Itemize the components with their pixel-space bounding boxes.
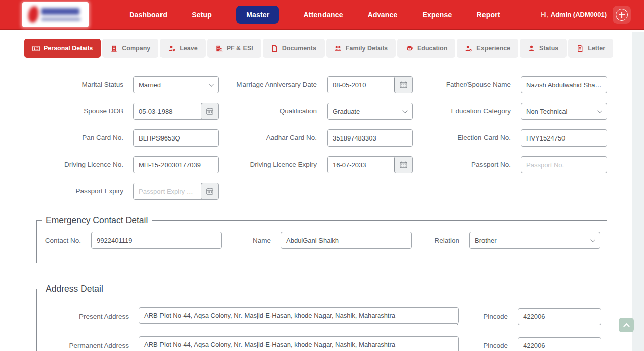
nav-report[interactable]: Report xyxy=(476,11,500,19)
passport-expiry-calendar-button[interactable] xyxy=(201,183,219,200)
tab-company[interactable]: Company xyxy=(102,39,158,58)
qualification-value: Graduate xyxy=(333,108,403,115)
tab-label: PF & ESI xyxy=(227,45,253,52)
graduation-cap-icon xyxy=(406,45,413,52)
tab-personal-details[interactable]: Personal Details xyxy=(24,39,101,58)
tab-label: Status xyxy=(539,45,558,52)
passport-no-input[interactable] xyxy=(521,156,607,173)
election-card-label: Election Card No. xyxy=(413,129,521,147)
relation-select[interactable]: Brother xyxy=(469,232,600,249)
emergency-contact-title: Emergency Contact Detail xyxy=(42,215,152,226)
tab-label: Personal Details xyxy=(44,45,93,52)
spouse-dob-calendar-button[interactable] xyxy=(201,103,219,120)
relation-label: Relation xyxy=(412,237,469,244)
permanent-pincode-input[interactable] xyxy=(518,337,601,351)
calendar-icon xyxy=(399,161,408,169)
spouse-dob-input[interactable] xyxy=(134,103,201,119)
chevron-down-icon xyxy=(590,237,595,242)
education-category-value: Non Technical xyxy=(526,108,597,115)
driving-licence-expiry-input[interactable] xyxy=(328,157,395,173)
marriage-anniversary-calendar-button[interactable] xyxy=(394,76,413,93)
scroll-to-top-button[interactable] xyxy=(619,318,634,332)
nav-attendance[interactable]: Attendance xyxy=(303,11,343,19)
driving-licence-label: Driving Licence No. xyxy=(0,156,133,173)
tab-leave[interactable]: Leave xyxy=(160,39,205,58)
address-section: Address Detail Present Address ARB Plot … xyxy=(36,284,607,351)
user-greeting: Hi, Admin (ADM0001) xyxy=(541,6,631,24)
chevron-down-icon xyxy=(597,108,602,113)
emergency-name-input[interactable] xyxy=(281,232,412,249)
tab-education[interactable]: Education xyxy=(397,39,455,58)
emergency-name-label: Name xyxy=(222,237,281,244)
tab-status[interactable]: Status xyxy=(520,39,567,58)
app-logo[interactable] xyxy=(22,2,89,27)
chevron-up-icon xyxy=(623,323,630,330)
present-pincode-label: Pincode xyxy=(459,313,518,320)
calendar-icon xyxy=(206,187,214,195)
tab-label: Letter xyxy=(588,45,605,52)
passport-no-label: Passport No. xyxy=(413,156,521,173)
present-address-label: Present Address xyxy=(37,313,139,320)
building-icon xyxy=(110,45,118,52)
education-category-select[interactable]: Non Technical xyxy=(521,103,607,120)
id-card-icon xyxy=(32,45,40,52)
qualification-select[interactable]: Graduate xyxy=(327,103,413,120)
permanent-address-textarea[interactable]: ARB Plot No-44, Aqsa Colony, Nr. Masjid-… xyxy=(139,336,459,351)
driving-licence-input[interactable] xyxy=(133,156,219,173)
passport-expiry-field xyxy=(133,183,219,200)
present-address-textarea[interactable]: ARB Plot No-44, Aqsa Colony, Nr. Masjid-… xyxy=(139,307,459,324)
greeting-prefix: Hi, xyxy=(541,11,548,18)
document-icon xyxy=(271,45,278,52)
father-spouse-name-input[interactable] xyxy=(521,76,607,93)
tab-experience[interactable]: Experience xyxy=(457,39,518,58)
contact-no-input[interactable] xyxy=(91,232,222,249)
letter-icon xyxy=(576,45,584,52)
spouse-dob-field xyxy=(133,103,219,120)
driving-licence-expiry-label: Driving Licence Expiry xyxy=(219,156,327,173)
add-button[interactable] xyxy=(613,6,631,24)
logo-image xyxy=(22,2,89,27)
marriage-anniversary-field xyxy=(327,76,413,93)
driving-licence-expiry-calendar-button[interactable] xyxy=(394,156,413,173)
tab-label: Documents xyxy=(282,45,316,52)
greeting-username: Admin (ADM0001) xyxy=(551,11,607,18)
passport-expiry-input[interactable] xyxy=(134,183,201,199)
nav-expense[interactable]: Expense xyxy=(422,11,452,19)
permanent-pincode-label: Pincode xyxy=(459,342,518,349)
relation-value: Brother xyxy=(475,237,590,244)
passport-expiry-label: Passport Expiry xyxy=(0,183,133,200)
tab-documents[interactable]: Documents xyxy=(263,39,325,58)
pan-card-input[interactable] xyxy=(133,129,219,147)
employee-detail-tabs: Personal Details Company Leave PF & ESI … xyxy=(24,39,620,58)
aadhar-card-input[interactable] xyxy=(327,129,413,147)
emergency-contact-section: Emergency Contact Detail Contact No. Nam… xyxy=(36,215,607,263)
calendar-icon xyxy=(399,81,408,89)
driving-licence-expiry-field xyxy=(327,156,413,173)
tab-label: Experience xyxy=(476,45,510,52)
spouse-dob-label: Spouse DOB xyxy=(0,103,133,120)
marital-status-label: Marital Status xyxy=(0,76,133,93)
personal-details-form: Marital Status Married Marriage Annivers… xyxy=(0,76,644,351)
address-title: Address Detail xyxy=(42,284,107,294)
plus-icon xyxy=(616,9,628,21)
person-clock-icon xyxy=(168,45,176,52)
person-badge-icon xyxy=(465,45,472,52)
scrollbar-track[interactable] xyxy=(632,32,644,351)
tab-pf-esi[interactable]: PF & ESI xyxy=(207,39,261,58)
nav-advance[interactable]: Advance xyxy=(368,11,398,19)
chevron-down-icon xyxy=(209,82,214,87)
nav-dashboard[interactable]: Dashboard xyxy=(129,11,167,19)
present-pincode-input[interactable] xyxy=(518,308,601,325)
nav-setup[interactable]: Setup xyxy=(192,11,212,19)
tab-label: Family Details xyxy=(346,45,388,52)
tab-letter[interactable]: Letter xyxy=(568,39,613,58)
marital-status-select[interactable]: Married xyxy=(133,76,219,93)
people-icon xyxy=(334,45,342,52)
nav-master[interactable]: Master xyxy=(236,6,279,24)
app-header: Dashboard Setup Master Attendance Advanc… xyxy=(0,0,644,30)
tab-label: Leave xyxy=(180,45,197,52)
qualification-label: Qualification xyxy=(219,103,327,120)
election-card-input[interactable] xyxy=(521,129,607,147)
marriage-anniversary-input[interactable] xyxy=(328,77,395,93)
tab-family-details[interactable]: Family Details xyxy=(326,39,396,58)
